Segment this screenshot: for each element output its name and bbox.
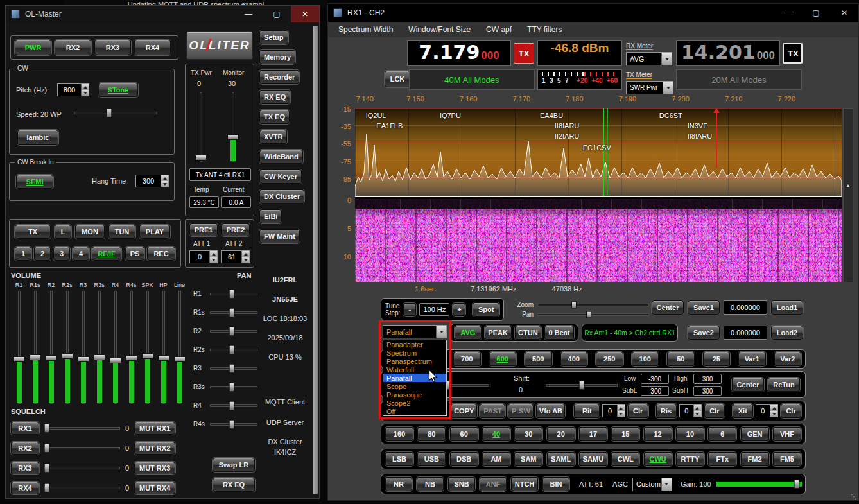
step-plus-button[interactable]: + xyxy=(453,303,465,316)
rit-up-icon[interactable] xyxy=(618,405,625,411)
pan-handle[interactable] xyxy=(229,419,235,429)
step-minus-button[interactable]: - xyxy=(403,303,416,316)
pan-display-handle[interactable] xyxy=(586,311,591,318)
att2-spinner[interactable]: 61 xyxy=(221,250,250,263)
load1-button[interactable]: Load1 xyxy=(771,300,803,315)
menu-window-font-size[interactable]: Window/Font Size xyxy=(408,25,471,34)
side-scrollbar[interactable] xyxy=(313,26,318,494)
agc-dropdown-icon[interactable] xyxy=(661,478,672,491)
menu-eibi-button[interactable]: EiBi xyxy=(259,209,282,223)
pitch-down-icon[interactable] xyxy=(82,90,89,96)
volume-slider[interactable] xyxy=(171,291,187,404)
att1-spinner[interactable]: 0 xyxy=(189,250,218,263)
txpwr-slider[interactable] xyxy=(193,92,209,162)
save2-button[interactable]: Save2 xyxy=(688,326,720,340)
squelch-rx1-slider[interactable] xyxy=(44,423,120,433)
center-button[interactable]: Center xyxy=(652,300,684,315)
filter-500-button[interactable]: 500 xyxy=(525,352,552,366)
filter-center-button[interactable]: Center xyxy=(732,378,764,392)
mut-rx4-button[interactable]: MUT RX4 xyxy=(134,482,175,494)
volume-handle[interactable] xyxy=(174,356,186,362)
display-mode-combo[interactable]: Panafall xyxy=(383,325,447,338)
scroll-up-icon[interactable]: ▲ xyxy=(846,182,851,190)
spectrum-scroll-strip[interactable]: ▲ xyxy=(843,108,853,282)
vfo-ab-button[interactable]: Vfo AB xyxy=(536,404,565,418)
volume-handle[interactable] xyxy=(142,353,153,359)
monitor-slider-handle[interactable] xyxy=(227,134,239,140)
nr-button[interactable]: NR xyxy=(385,477,412,491)
station-label[interactable]: EC1CSV xyxy=(583,144,611,152)
zero-beat-button[interactable]: 0 Beat xyxy=(544,326,574,340)
ntch-button[interactable]: NTCH xyxy=(511,477,538,491)
agc-combo[interactable]: Custom xyxy=(632,478,672,491)
rx4-button[interactable]: RX4 xyxy=(134,40,171,55)
mut-rx3-button[interactable]: MUT RX3 xyxy=(134,462,175,474)
pan-handle[interactable] xyxy=(229,345,235,354)
pan-handle[interactable] xyxy=(229,326,235,336)
tx-button[interactable]: TX xyxy=(15,225,51,239)
display-option-waterfall[interactable]: Waterfall xyxy=(383,365,446,374)
volume-slider[interactable] xyxy=(27,291,43,404)
filter-600-button[interactable]: 600 xyxy=(489,352,517,366)
tx-meter-dropdown-icon[interactable] xyxy=(663,82,673,94)
station-label[interactable]: DC6ST xyxy=(659,112,682,119)
mode-ftx-button[interactable]: FTx xyxy=(708,452,736,466)
vfo-b-display[interactable]: 14.201 000 xyxy=(676,40,780,66)
squelch-handle[interactable] xyxy=(44,463,49,473)
tx-marker-line[interactable] xyxy=(716,110,717,168)
menu-tx-eq-button[interactable]: TX EQ xyxy=(259,110,290,124)
band-17-button[interactable]: 17 xyxy=(579,427,607,441)
tx-meter-combo[interactable]: SWR Pwr xyxy=(626,81,673,94)
rec-button[interactable]: REC xyxy=(147,247,175,261)
pan-display-slider[interactable] xyxy=(537,311,649,318)
volume-slider[interactable] xyxy=(75,291,91,404)
volume-slider[interactable] xyxy=(139,291,155,404)
station-label[interactable]: EA4BU xyxy=(540,112,563,119)
mode-fm5-button[interactable]: FM5 xyxy=(773,452,801,466)
station-label[interactable]: II2IARU xyxy=(555,132,580,140)
mode-am-button[interactable]: AM xyxy=(482,452,510,466)
mode-lsb-button[interactable]: LSB xyxy=(385,452,413,466)
station-label[interactable]: EA1FLB xyxy=(376,122,403,130)
volume-handle[interactable] xyxy=(78,356,89,362)
display-option-spectrum[interactable]: Spectrum xyxy=(383,349,446,357)
pan-slider[interactable] xyxy=(210,326,257,336)
ris-spinner[interactable]: 0 xyxy=(679,404,702,417)
play-button[interactable]: PLAY xyxy=(139,225,170,239)
xit-down-icon[interactable] xyxy=(770,411,777,417)
pwr-button[interactable]: PWR xyxy=(15,40,51,55)
gain-handle[interactable] xyxy=(794,480,800,489)
p-sw-button[interactable]: P-SW xyxy=(508,404,534,418)
preset-3-button[interactable]: 3 xyxy=(53,247,70,261)
filter-400-button[interactable]: 400 xyxy=(560,352,588,366)
ris-clear-button[interactable]: Clr xyxy=(704,404,725,418)
lock-button[interactable]: LCK xyxy=(385,71,410,87)
display-option-scope[interactable]: Scope xyxy=(383,382,446,390)
ris-button[interactable]: Ris xyxy=(656,404,677,418)
band-20-button[interactable]: 20 xyxy=(547,427,575,441)
pan-slider[interactable] xyxy=(210,289,257,299)
speed-slider[interactable] xyxy=(74,108,157,118)
band-80-button[interactable]: 80 xyxy=(417,427,446,441)
ol-maximize-icon[interactable]: ▢ xyxy=(263,6,291,22)
semi-button[interactable]: SEMI xyxy=(16,175,53,189)
pitch-spinner[interactable]: 800 xyxy=(57,83,89,96)
swap-lr-button[interactable]: Swap LR xyxy=(213,458,255,472)
preset-4-button[interactable]: 4 xyxy=(73,247,89,261)
hang-up-icon[interactable] xyxy=(161,175,168,181)
filter-250-button[interactable]: 250 xyxy=(596,352,623,366)
stone-button[interactable]: STone xyxy=(98,83,138,97)
pan-handle[interactable] xyxy=(229,363,235,373)
band-12-button[interactable]: 12 xyxy=(644,427,672,441)
ctun-button[interactable]: CTUN xyxy=(515,326,542,340)
menu-setup-button[interactable]: Setup xyxy=(259,30,288,44)
band-40-button[interactable]: 40 xyxy=(482,427,510,441)
xit-clear-button[interactable]: Clr xyxy=(781,404,801,418)
squelch-handle[interactable] xyxy=(44,483,49,492)
pan-slider[interactable] xyxy=(210,308,257,318)
volume-handle[interactable] xyxy=(30,354,41,360)
pre2-button[interactable]: PRE2 xyxy=(221,223,250,236)
menu-cw-apf[interactable]: CW apf xyxy=(486,25,512,34)
att2-down-icon[interactable] xyxy=(242,257,249,263)
rx-minimize-icon[interactable]: — xyxy=(774,4,802,22)
